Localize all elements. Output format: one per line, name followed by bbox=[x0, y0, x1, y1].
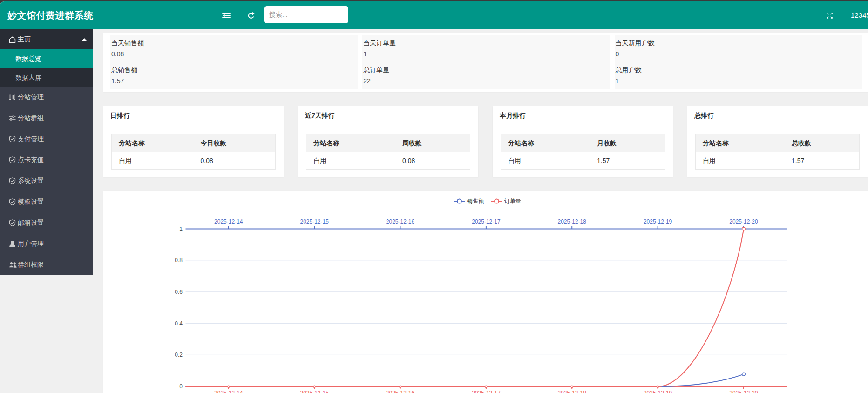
svg-text:2025-12-20: 2025-12-20 bbox=[729, 218, 758, 225]
svg-text:2025-12-17: 2025-12-17 bbox=[472, 218, 501, 225]
svg-text:2025-12-16: 2025-12-16 bbox=[386, 218, 415, 225]
svg-text:2025-12-19: 2025-12-19 bbox=[644, 390, 672, 393]
svg-text:订单量: 订单量 bbox=[504, 198, 521, 204]
svg-text:2025-12-16: 2025-12-16 bbox=[386, 390, 415, 393]
svg-text:2025-12-15: 2025-12-15 bbox=[300, 390, 329, 393]
svg-text:2025-12-14: 2025-12-14 bbox=[214, 218, 243, 225]
svg-text:0: 0 bbox=[179, 383, 183, 390]
svg-text:2025-12-17: 2025-12-17 bbox=[472, 390, 501, 393]
svg-text:0.2: 0.2 bbox=[175, 352, 183, 358]
svg-text:销售额: 销售额 bbox=[467, 198, 484, 204]
svg-text:2025-12-20: 2025-12-20 bbox=[729, 390, 758, 393]
svg-text:2025-12-18: 2025-12-18 bbox=[558, 390, 587, 393]
svg-text:2025-12-18: 2025-12-18 bbox=[558, 218, 587, 225]
svg-text:0.6: 0.6 bbox=[175, 289, 183, 295]
svg-text:0.8: 0.8 bbox=[175, 257, 183, 264]
svg-text:2025-12-19: 2025-12-19 bbox=[644, 218, 672, 225]
svg-text:2025-12-15: 2025-12-15 bbox=[300, 218, 329, 225]
svg-text:2025-12-14: 2025-12-14 bbox=[214, 390, 243, 393]
svg-text:1: 1 bbox=[179, 226, 183, 232]
svg-text:0.4: 0.4 bbox=[175, 320, 183, 327]
